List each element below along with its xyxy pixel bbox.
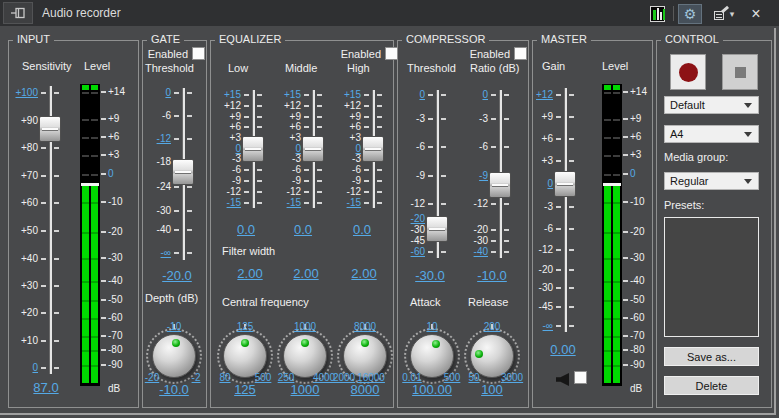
tick-mark: [569, 269, 574, 271]
scale-label[interactable]: -60: [381, 245, 425, 258]
knob-max-label[interactable]: 8000: [340, 320, 390, 333]
slider-handle[interactable]: [172, 159, 194, 185]
meter-scale-label: -70: [630, 329, 664, 342]
meter-scale-label[interactable]: 0: [108, 167, 142, 180]
tick-mark: [187, 229, 192, 231]
equalizer-group-title: EQUALIZER: [215, 33, 285, 45]
scale-label[interactable]: -15: [197, 196, 241, 209]
value-link[interactable]: 100: [457, 382, 527, 398]
filter-width-value-middle[interactable]: 2.00: [276, 266, 336, 282]
gate-enabled-checkbox[interactable]: [192, 47, 205, 60]
meter-tick: [82, 350, 89, 352]
input-group-title: INPUT: [13, 33, 54, 45]
slider-track[interactable]: [564, 88, 567, 332]
tick-mark: [54, 312, 59, 314]
format-select[interactable]: A4: [664, 125, 759, 143]
scale-label[interactable]: 0: [127, 86, 171, 99]
device-select[interactable]: Default: [664, 96, 759, 114]
scale-label[interactable]: -∞: [509, 319, 553, 332]
tick-mark: [174, 186, 179, 188]
settings-toolbar-button[interactable]: ⚙: [678, 4, 702, 24]
release-label: Release: [468, 296, 508, 308]
eq-enabled-checkbox[interactable]: [385, 47, 398, 60]
meter-scale-label: -30: [630, 251, 664, 264]
gate-group-title: GATE: [147, 33, 184, 45]
scale-label: -12: [444, 197, 488, 210]
value-link[interactable]: 8000: [330, 382, 400, 398]
scale-label: -45: [509, 300, 553, 313]
stop-button[interactable]: [722, 54, 758, 90]
scale-label[interactable]: -12: [127, 132, 171, 145]
filter-width-value-high[interactable]: 2.00: [334, 266, 394, 282]
tick-mark: [101, 257, 106, 259]
presets-list[interactable]: [664, 217, 759, 337]
tick-mark: [41, 285, 46, 287]
value-link[interactable]: -10.0: [139, 382, 209, 398]
knob-max-label[interactable]: 1000: [280, 320, 330, 333]
knob-max-label[interactable]: 125: [220, 320, 270, 333]
mute-checkbox[interactable]: [574, 371, 587, 384]
value-link[interactable]: -20.0: [142, 268, 212, 284]
tick-mark: [428, 203, 433, 205]
tick-mark: [556, 138, 561, 140]
save-as-button[interactable]: Save as...: [664, 347, 759, 366]
tick-mark: [41, 202, 46, 204]
tick-mark: [41, 258, 46, 260]
tick-mark: [174, 115, 179, 117]
meter-scale-label: -60: [630, 311, 664, 324]
properties-toolbar-button[interactable]: ▾: [707, 4, 741, 24]
master-group-title: MASTER: [537, 33, 591, 45]
scale-label[interactable]: 0: [509, 177, 553, 190]
scale-label[interactable]: -40: [444, 245, 488, 258]
tick-mark: [428, 175, 433, 177]
scale-label: +50: [0, 224, 38, 237]
tick-mark: [174, 210, 179, 212]
tick-mark: [54, 258, 59, 260]
scale-label[interactable]: 0: [444, 88, 488, 101]
value-link[interactable]: 0.00: [528, 342, 598, 358]
scale-label[interactable]: 0: [0, 361, 38, 374]
scale-label: -6: [127, 109, 171, 122]
scale-label: -12: [509, 243, 553, 256]
scale-label[interactable]: 0: [381, 88, 425, 101]
scale-label[interactable]: +12: [509, 88, 553, 101]
compressor-enabled-checkbox[interactable]: [514, 47, 527, 60]
tick-mark: [377, 126, 382, 128]
slider-handle[interactable]: [39, 116, 61, 142]
level-meter-toolbar-button[interactable]: [645, 4, 669, 24]
meter-tick: [82, 137, 89, 139]
tick-mark: [569, 94, 574, 96]
tick-mark: [623, 173, 628, 175]
knob-max-label[interactable]: 10: [407, 320, 457, 333]
scale-label: -18: [127, 155, 171, 168]
pin-button[interactable]: [3, 2, 33, 24]
value-link[interactable]: -30.0: [395, 268, 465, 284]
audio-recorder-panel: Audio recorder ⚙ ▾ × INPUT GATE: [0, 0, 779, 418]
slider-handle[interactable]: [554, 171, 576, 197]
slider-handle[interactable]: [489, 172, 511, 198]
scale-label[interactable]: -15: [317, 196, 361, 209]
scale-label[interactable]: -9: [444, 169, 488, 182]
meter-scale-label[interactable]: 0: [630, 167, 664, 180]
scale-label[interactable]: +100: [0, 86, 38, 99]
tick-mark: [304, 169, 309, 171]
meter-tick: [91, 119, 98, 121]
knob-max-label[interactable]: -10: [149, 320, 199, 333]
meter-tick: [613, 155, 620, 157]
gate-enabled-label: Enabled: [142, 48, 188, 60]
media-group-select[interactable]: Regular: [664, 172, 759, 190]
scale-label[interactable]: -∞: [127, 246, 171, 259]
filter-width-value-low[interactable]: 2.00: [220, 266, 280, 282]
meter-tick: [604, 92, 611, 94]
tick-mark: [54, 230, 59, 232]
tick-mark: [54, 285, 59, 287]
value-link[interactable]: 87.0: [11, 380, 81, 396]
delete-button[interactable]: Delete: [664, 376, 759, 395]
scale-label[interactable]: -15: [257, 196, 301, 209]
meter-scale-label: -20: [630, 225, 664, 238]
meter-tick: [91, 174, 98, 176]
close-button[interactable]: ×: [744, 4, 768, 24]
record-button[interactable]: [670, 54, 706, 90]
knob-indicator-dot: [361, 339, 369, 347]
tick-mark: [187, 210, 192, 212]
